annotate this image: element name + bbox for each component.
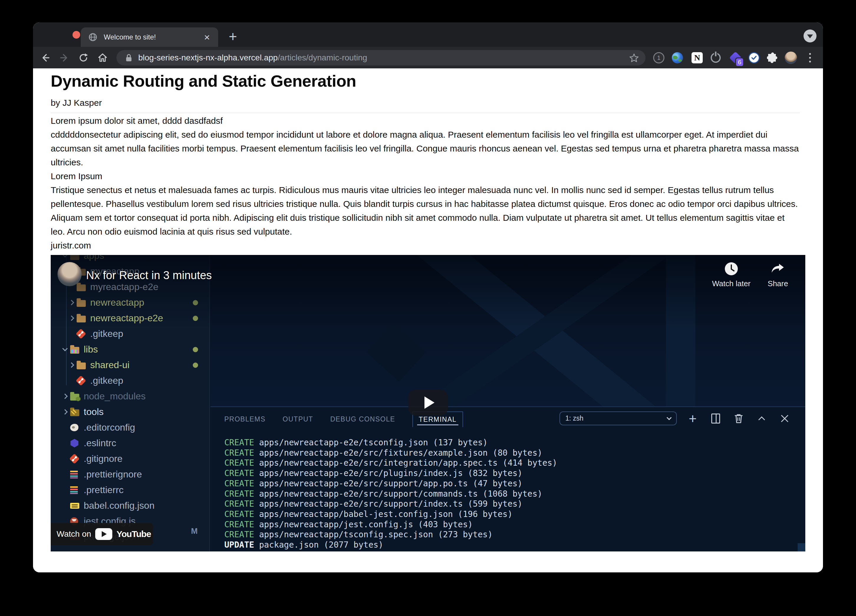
- juristr-link[interactable]: juristr.com: [51, 239, 800, 252]
- share-arrow-icon: [770, 262, 785, 276]
- tree-item-label: .eslintrc: [84, 438, 116, 448]
- babel-icon: [70, 503, 79, 509]
- folder-node-icon: [70, 394, 79, 400]
- terminal-path: apps/newreactapp-e2e/src/integration/app…: [254, 458, 557, 468]
- extensions-puzzle-icon[interactable]: [766, 51, 779, 65]
- bookmark-star-icon[interactable]: [629, 53, 639, 63]
- tree-item-dot-prettierrc[interactable]: .prettierrc: [51, 482, 210, 498]
- tree-item-label: .gitignore: [84, 453, 123, 464]
- tree-item-tools[interactable]: tools: [51, 404, 210, 420]
- new-terminal-button[interactable]: +: [686, 411, 700, 425]
- extension-earth-icon[interactable]: [671, 51, 684, 65]
- watch-on-label: Watch on: [57, 529, 91, 539]
- extension-diamond-icon[interactable]: 6: [729, 51, 742, 65]
- shell-selector-dropdown[interactable]: 1: zsh: [559, 411, 677, 425]
- kill-terminal-button[interactable]: [731, 411, 746, 425]
- tree-item-label: shared-ui: [90, 360, 129, 371]
- paragraph: cdddddonsectetur adipiscing elit, sed do…: [51, 128, 800, 169]
- terminal-path: apps/newreactapp-e2e/src/support/command…: [254, 489, 542, 499]
- tab-search-icon[interactable]: [804, 29, 816, 42]
- tree-item-label: libs: [84, 344, 98, 355]
- terminal-op: CREATE: [224, 509, 254, 519]
- extension-power-icon[interactable]: [709, 51, 722, 65]
- terminal-line: CREATE apps/newreactapp-e2e/src/fixtures…: [224, 448, 557, 458]
- terminal-line: CREATE apps/newreactapp-e2e/src/support/…: [224, 499, 557, 509]
- forward-button[interactable]: [58, 51, 71, 65]
- article: Dynamic Routing and Static Generation by…: [51, 68, 800, 252]
- close-panel-button[interactable]: [777, 411, 792, 425]
- prettier-icon: [70, 486, 78, 494]
- terminal-op: CREATE: [224, 458, 254, 468]
- tree-item-shared-ui[interactable]: shared-ui: [51, 357, 210, 373]
- tab-close-icon[interactable]: ×: [202, 32, 212, 42]
- extension-notion-icon[interactable]: N: [690, 51, 704, 65]
- divider: [51, 112, 800, 113]
- vscode-terminal-panel: PROBLEMSOUTPUTDEBUG CONSOLETERMINAL 1: z…: [211, 407, 805, 551]
- git-modified-badge: M: [191, 527, 198, 536]
- youtube-logo-icon: [95, 528, 112, 540]
- terminal-path: apps/newreactapp-e2e/src/fixtures/exampl…: [254, 448, 542, 458]
- chevron-right-icon: [69, 362, 74, 368]
- terminal-path: apps/newreactapp/babel-jest.config.json …: [254, 509, 513, 519]
- youtube-wordmark: YouTube: [116, 529, 151, 539]
- file-icon-slot: [77, 330, 90, 337]
- menu-kebab-icon[interactable]: [803, 51, 817, 65]
- maximize-panel-button[interactable]: [754, 411, 769, 425]
- url-domain: blog-series-nextjs-nx-alpha.vercel.app: [138, 53, 278, 62]
- tree-item-dot-gitignore[interactable]: .gitignore: [51, 451, 210, 467]
- home-button[interactable]: [96, 51, 109, 65]
- panel-tab-output[interactable]: OUTPUT: [283, 411, 313, 427]
- browser-toolbar: blog-series-nextjs-nx-alpha.vercel.app/a…: [33, 47, 823, 68]
- tree-item-node_modules[interactable]: node_modules: [51, 388, 210, 404]
- tree-item-label: .gitkeep: [90, 375, 123, 386]
- browser-window: Welcome to site! × + blog-series-nextjs-…: [33, 22, 823, 572]
- untracked-dot-badge: [193, 347, 198, 352]
- tree-item-dot-editorconfig[interactable]: .editorconfig: [51, 420, 210, 435]
- globe-favicon-icon: [88, 33, 97, 42]
- youtube-embed[interactable]: appsmyreactappmyreactapp-e2enewreactappn…: [51, 255, 805, 551]
- file-icon-slot: [70, 408, 84, 416]
- split-terminal-button[interactable]: [709, 411, 723, 425]
- video-top-gradient: [51, 255, 805, 329]
- tree-item-dot-eslintrc[interactable]: .eslintrc: [51, 435, 210, 451]
- address-bar[interactable]: blog-series-nextjs-nx-alpha.vercel.app/a…: [116, 50, 645, 65]
- browser-profile-avatar[interactable]: [784, 51, 797, 65]
- play-button[interactable]: [408, 390, 448, 416]
- tree-item-dot-prettierignore[interactable]: .prettierignore: [51, 467, 210, 482]
- file-icon-slot: [70, 486, 84, 494]
- panel-tab-debug-console[interactable]: DEBUG CONSOLE: [330, 411, 395, 427]
- tree-item-babel.config.json[interactable]: babel.config.json: [51, 498, 210, 513]
- terminal-line: UPDATE package.json (2077 bytes): [224, 540, 557, 550]
- terminal-op: CREATE: [224, 468, 254, 478]
- tree-item-libs[interactable]: libs: [51, 342, 210, 357]
- terminal-scrollbar[interactable]: [797, 543, 805, 551]
- git-icon: [76, 329, 86, 339]
- terminal-line: UPDATE nx.json (873 bytes): [224, 550, 557, 551]
- share-label: Share: [768, 279, 788, 288]
- file-icon-slot: [70, 424, 84, 431]
- video-title[interactable]: Nx for React in 3 minutes: [86, 269, 212, 282]
- file-icon-slot: [77, 361, 90, 369]
- terminal-line: CREATE apps/newreactapp-e2e/src/support/…: [224, 489, 557, 499]
- close-window-button[interactable]: [72, 31, 80, 38]
- extension-check-icon[interactable]: [747, 51, 761, 65]
- browser-tab[interactable]: Welcome to site! ×: [81, 28, 218, 47]
- channel-avatar[interactable]: [57, 262, 82, 286]
- tree-item-dot-gitkeep[interactable]: .gitkeep: [51, 373, 210, 388]
- file-icon-slot: [70, 345, 84, 354]
- extension-1password-icon[interactable]: 1: [652, 51, 665, 65]
- watch-on-youtube-button[interactable]: Watch on YouTube: [51, 523, 153, 545]
- editorconfig-icon: [70, 424, 79, 431]
- back-button[interactable]: [38, 51, 52, 65]
- byline: by JJ Kasper: [51, 98, 800, 108]
- reload-button[interactable]: [77, 51, 90, 65]
- folder-icon: [77, 362, 86, 369]
- new-tab-button[interactable]: +: [225, 30, 240, 44]
- terminal-actions: +: [686, 411, 792, 425]
- share-button[interactable]: Share: [750, 262, 805, 288]
- terminal-output: CREATE apps/newreactapp-e2e/tsconfig.jso…: [224, 438, 557, 551]
- paragraph: Tristique senectus et netus et malesuada…: [51, 183, 800, 239]
- panel-tab-problems[interactable]: PROBLEMS: [224, 411, 266, 427]
- terminal-path: apps/newreactapp-e2e/src/plugins/index.j…: [254, 468, 522, 478]
- tree-item-label: node_modules: [84, 391, 146, 402]
